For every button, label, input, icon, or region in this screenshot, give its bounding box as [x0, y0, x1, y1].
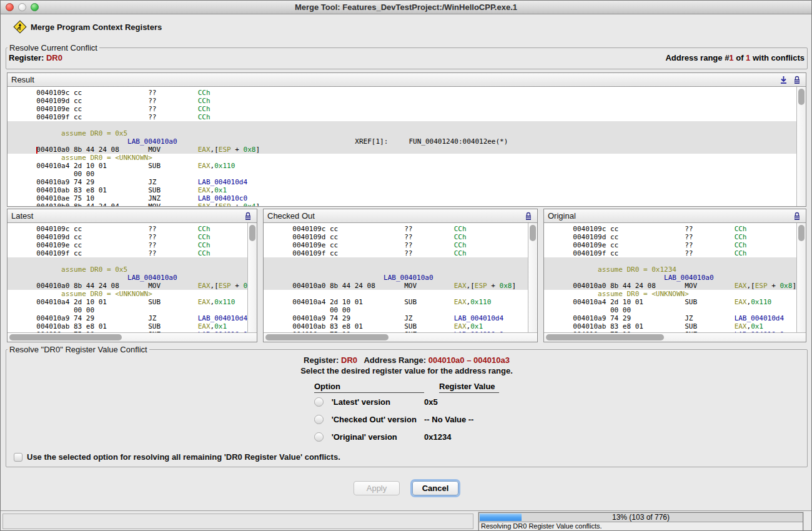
instruction-text: Select the desired register value for th… [300, 366, 513, 375]
original-version-label: 'Original' version [332, 432, 397, 442]
goto-conflict-icon[interactable] [778, 75, 788, 85]
latest-panel-title: Latest [11, 211, 33, 221]
code-line: 0040109f cc ?? CCh [264, 249, 528, 257]
code-line: 00 00 [544, 306, 796, 314]
checked-out-horizontal-scrollbar[interactable] [264, 332, 537, 342]
latest-listing-panel: Latest 0040109c cc ?? CCh 0040109d cc ?? [7, 209, 257, 342]
original-vertical-scrollbar[interactable] [796, 223, 806, 332]
use-for-all-checkbox[interactable] [14, 453, 22, 462]
code-line [544, 257, 796, 266]
scrollbar-thumb[interactable] [530, 225, 536, 241]
code-line: 004010a4 2d 10 01 SUB EAX,0x110 [7, 298, 247, 306]
code-line: 00 00 [7, 306, 247, 314]
code-line: 0040109d cc ?? CCh [264, 233, 528, 241]
original-code-listing[interactable]: 0040109c cc ?? CCh 0040109d cc ?? CCh 00… [544, 223, 796, 332]
scrollbar-thumb[interactable] [9, 334, 122, 340]
code-line: 0040109c cc ?? CCh [7, 89, 796, 97]
code-line: 004010a0 8b 44 24 08 MOV EAX,[ESP + 0x8] [7, 146, 796, 154]
resolve-box-legend: Resolve "DR0" Register Value Conflict [7, 345, 149, 354]
code-line: assume DR0 = 0x5 [7, 129, 796, 137]
code-line: assume DR0 = 0x5 [7, 266, 247, 274]
latest-version-value: 0x5 [424, 397, 499, 407]
scrollbar-thumb[interactable] [798, 225, 805, 241]
cancel-button[interactable]: Cancel [412, 481, 458, 495]
code-line: 0040109e cc ?? CCh [544, 241, 796, 249]
code-line [264, 257, 528, 266]
code-line: 0040109d cc ?? CCh [7, 233, 247, 241]
code-line: 0040109d cc ?? CCh [544, 233, 796, 241]
code-line: 004010ab 83 e8 01 SUB EAX,0x1 [7, 322, 247, 330]
address-range-value: 004010a0 – 004010a3 [428, 355, 510, 365]
code-line: 004010a9 74 29 JZ LAB_004010d4 [7, 178, 796, 186]
scrollbar-thumb[interactable] [798, 89, 805, 105]
lock-icon[interactable] [243, 211, 253, 221]
scrollbar-thumb[interactable] [546, 334, 664, 340]
code-line: 004010a4 2d 10 01 SUB EAX,0x110 [264, 298, 528, 306]
code-line: 004010ab 83 e8 01 SUB EAX,0x1 [7, 186, 796, 194]
apply-button[interactable]: Apply [354, 481, 400, 495]
status-bar: 13% (103 of 776) Resolving DR0 Register … [1, 510, 811, 531]
code-line: 004010a9 74 29 JZ LAB_004010d4 [7, 314, 247, 322]
code-line: 004010ab 83 e8 01 SUB EAX,0x1 [544, 322, 796, 330]
checked-out-code-listing[interactable]: 0040109c cc ?? CCh 0040109d cc ?? CCh 00… [264, 223, 528, 332]
code-line: 004010a9 74 29 JZ LAB_004010d4 [544, 314, 796, 322]
window-title: Merge Tool: Features_DevTestProject:/Win… [1, 1, 811, 14]
code-line: assume DR0 = <UNKNOWN> [544, 290, 796, 298]
checked-out-version-label: 'Checked Out' version [332, 415, 417, 424]
scrollbar-thumb[interactable] [265, 334, 389, 340]
code-line: 004010ab 83 e8 01 SUB EAX,0x1 [264, 322, 528, 330]
original-horizontal-scrollbar[interactable] [544, 332, 806, 342]
code-line: LAB_004010a0 [7, 274, 247, 282]
code-line: 0040109f cc ?? CCh [7, 249, 247, 257]
original-listing-panel: Original 0040109c cc ?? CCh 0040109d cc … [543, 209, 806, 342]
latest-version-label: 'Latest' version [332, 397, 390, 407]
checked-out-panel-header: Checked Out [264, 209, 537, 223]
code-line: LAB_004010a0 [544, 274, 796, 282]
code-line: 0040109e cc ?? CCh [7, 241, 247, 249]
titlebar: Merge Tool: Features_DevTestProject:/Win… [1, 1, 811, 14]
scrollbar-thumb[interactable] [249, 225, 255, 241]
lock-icon[interactable] [792, 75, 802, 85]
code-line: 0040109e cc ?? CCh [7, 105, 796, 113]
code-line: LAB_004010a0 [264, 274, 528, 282]
result-vertical-scrollbar[interactable] [796, 87, 806, 206]
merge-icon [13, 20, 27, 34]
code-line: 0040109e cc ?? CCh [264, 241, 528, 249]
code-line: 00 00 [264, 306, 528, 314]
resolve-current-conflict-box: Resolve Current Conflict Register: DR0 A… [6, 43, 808, 69]
option-table: Option Register Value 'Latest' version 0… [314, 380, 499, 445]
code-line: 004010a9 74 29 JZ LAB_004010d4 [264, 314, 528, 322]
latest-code-listing[interactable]: 0040109c cc ?? CCh 0040109d cc ?? CCh 00… [7, 223, 247, 332]
register-value: DR0 [341, 355, 357, 365]
code-line: assume DR0 = 0x1234 [544, 266, 796, 274]
register-value-column-header: Register Value [439, 382, 499, 393]
checked-out-panel-title: Checked Out [267, 211, 315, 221]
latest-vertical-scrollbar[interactable] [247, 223, 257, 332]
progress-bar: 13% (103 of 776) [479, 513, 803, 522]
lock-icon[interactable] [523, 211, 533, 221]
checked-out-version-radio[interactable] [314, 415, 324, 424]
result-code-listing[interactable]: 0040109c cc ?? CCh 0040109d cc ?? CCh 00… [7, 87, 796, 206]
original-panel-header: Original [544, 209, 806, 223]
page-title: Merge Program Context Registers [31, 22, 162, 32]
latest-horizontal-scrollbar[interactable] [7, 332, 257, 342]
original-panel-title: Original [548, 211, 576, 221]
register-value: DR0 [46, 53, 62, 62]
option-row-checked-out: 'Checked Out' version -- No Value -- [314, 410, 499, 428]
checked-out-vertical-scrollbar[interactable] [528, 223, 537, 332]
code-line [264, 290, 528, 298]
status-bar-left-panel [2, 514, 473, 529]
latest-version-radio[interactable] [314, 397, 324, 407]
code-line: 004010a0 8b 44 24 08 MOV EAX,[ESP + 0x8] [544, 282, 796, 290]
use-for-all-label: Use the selected option for resolving al… [27, 452, 340, 462]
conflict-box-legend: Resolve Current Conflict [7, 43, 99, 52]
register-address-range-line: Register: DR0 Address Range: 004010a0 – … [300, 355, 513, 365]
code-line: 0040109f cc ?? CCh [7, 113, 796, 121]
code-line: 0040109c cc ?? CCh [544, 225, 796, 233]
lock-icon[interactable] [792, 211, 802, 221]
merge-tool-window: { "titlebar": { "title": "Merge Tool: Fe… [0, 0, 812, 531]
resolve-register-value-box: Resolve "DR0" Register Value Conflict Re… [6, 345, 808, 467]
code-line: assume DR0 = <UNKNOWN> [7, 154, 796, 162]
code-line: assume DR0 = <UNKNOWN> [7, 290, 247, 298]
original-version-radio[interactable] [314, 432, 324, 442]
